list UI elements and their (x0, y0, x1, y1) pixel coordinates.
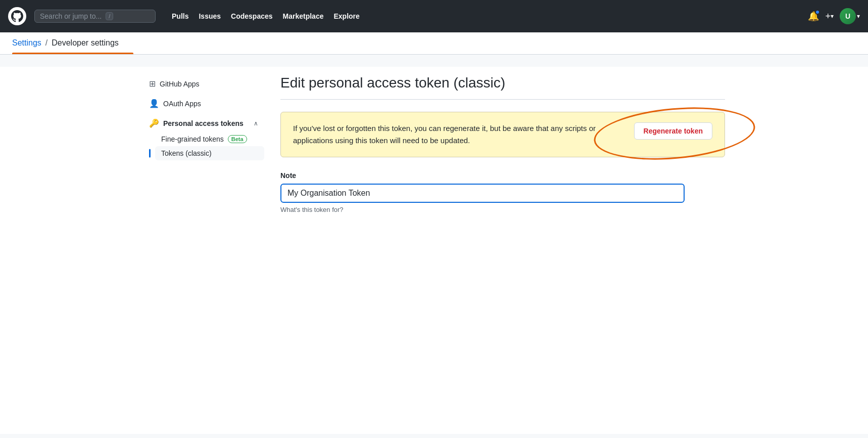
search-box[interactable]: Search or jump to... / (34, 10, 156, 23)
sidebar-pat-label: Personal access tokens (163, 119, 244, 127)
nav-link-marketplace[interactable]: Marketplace (279, 9, 328, 23)
notification-dot (815, 10, 820, 15)
breadcrumb-bar: Settings / Developer settings (0, 32, 868, 55)
content-divider (280, 99, 725, 100)
nav-link-codespaces[interactable]: Codespaces (227, 9, 276, 23)
github-logo-icon (11, 10, 23, 22)
note-field: Note What's this token for? (280, 171, 725, 213)
warning-box: If you've lost or forgotten this token, … (280, 112, 725, 157)
note-hint: What's this token for? (280, 206, 725, 213)
github-logo[interactable] (8, 7, 26, 25)
note-input[interactable] (280, 184, 685, 203)
sidebar-parent-left: 🔑 Personal access tokens (149, 118, 244, 128)
sidebar-label-oauth-apps: OAuth Apps (163, 100, 201, 108)
breadcrumb-separator: / (45, 38, 47, 48)
search-placeholder: Search or jump to... (40, 12, 102, 20)
oauth-apps-icon: 👤 (149, 99, 159, 108)
main-layout: ⊞ GitHub Apps 👤 OAuth Apps 🔑 Personal ac… (131, 67, 737, 222)
sidebar-child-fine-grained[interactable]: Fine-grained tokens Beta (155, 132, 264, 146)
sidebar-section-pat: 🔑 Personal access tokens ∧ Fine-grained … (143, 114, 264, 160)
nav-bar: Search or jump to... / Pulls Issues Code… (0, 0, 868, 32)
sidebar-child-tokens-classic[interactable]: Tokens (classic) (155, 146, 264, 160)
nav-link-issues[interactable]: Issues (195, 9, 225, 23)
page-wrapper: ⊞ GitHub Apps 👤 OAuth Apps 🔑 Personal ac… (0, 67, 868, 434)
pat-icon: 🔑 (149, 118, 159, 128)
sidebar-parent-pat[interactable]: 🔑 Personal access tokens ∧ (143, 114, 264, 132)
warning-text: If you've lost or forgotten this token, … (293, 122, 596, 147)
chevron-up-icon: ∧ (254, 120, 258, 127)
fine-grained-label: Fine-grained tokens (161, 135, 224, 143)
breadcrumb-underline (12, 53, 133, 54)
notifications-button[interactable]: 🔔 (808, 11, 819, 22)
main-content: Edit personal access token (classic) If … (280, 67, 725, 222)
dropdown-arrow: ▾ (831, 13, 834, 20)
sidebar-label-github-apps: GitHub Apps (160, 80, 200, 88)
regenerate-button-wrapper: Regenerate token (634, 122, 712, 140)
sidebar-section-github-apps: ⊞ GitHub Apps (143, 75, 264, 93)
avatar: U (840, 8, 856, 24)
breadcrumb: Settings / Developer settings (12, 38, 856, 48)
nav-links: Pulls Issues Codespaces Marketplace Expl… (168, 9, 364, 23)
user-menu[interactable]: U ▾ (840, 8, 860, 24)
sidebar-item-github-apps[interactable]: ⊞ GitHub Apps (143, 75, 264, 93)
new-item-button[interactable]: + ▾ (825, 11, 834, 22)
sidebar: ⊞ GitHub Apps 👤 OAuth Apps 🔑 Personal ac… (143, 67, 264, 222)
sidebar-children-pat: Fine-grained tokens Beta Tokens (classic… (143, 132, 264, 160)
breadcrumb-settings-link[interactable]: Settings (12, 38, 41, 48)
tokens-classic-label: Tokens (classic) (161, 149, 212, 157)
github-apps-icon: ⊞ (149, 79, 156, 89)
nav-actions: 🔔 + ▾ U ▾ (808, 8, 860, 24)
note-label: Note (280, 171, 725, 180)
avatar-dropdown-arrow: ▾ (857, 13, 860, 20)
breadcrumb-current: Developer settings (52, 38, 119, 48)
sidebar-item-oauth-apps[interactable]: 👤 OAuth Apps (143, 95, 264, 112)
nav-link-explore[interactable]: Explore (329, 9, 363, 23)
plus-icon: + (825, 11, 831, 22)
regenerate-token-button[interactable]: Regenerate token (634, 122, 712, 140)
search-kbd: / (106, 12, 113, 20)
beta-badge: Beta (228, 135, 247, 143)
page-title: Edit personal access token (classic) (280, 75, 725, 91)
nav-link-pulls[interactable]: Pulls (168, 9, 192, 23)
sidebar-section-oauth-apps: 👤 OAuth Apps (143, 95, 264, 112)
